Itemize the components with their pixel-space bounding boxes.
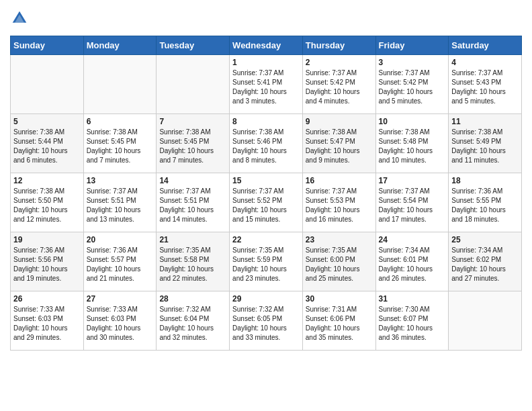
day-number: 6 — [87, 117, 154, 126]
calendar-week-row: 19Sunrise: 7:36 AM Sunset: 5:56 PM Dayli… — [11, 232, 522, 291]
day-number: 28 — [159, 294, 226, 304]
day-info: Sunrise: 7:37 AM Sunset: 5:42 PM Dayligh… — [306, 68, 373, 106]
day-number: 23 — [306, 235, 373, 244]
day-info: Sunrise: 7:36 AM Sunset: 5:55 PM Dayligh… — [451, 187, 519, 224]
day-info: Sunrise: 7:32 AM Sunset: 6:05 PM Dayligh… — [232, 305, 300, 342]
day-number: 14 — [159, 176, 226, 185]
day-info: Sunrise: 7:37 AM Sunset: 5:54 PM Dayligh… — [379, 187, 446, 224]
header-sunday: Sunday — [11, 36, 84, 55]
day-info: Sunrise: 7:37 AM Sunset: 5:43 PM Dayligh… — [451, 68, 519, 106]
day-number: 30 — [306, 294, 373, 304]
calendar-cell: 10Sunrise: 7:38 AM Sunset: 5:48 PM Dayli… — [375, 114, 449, 173]
day-info: Sunrise: 7:36 AM Sunset: 5:56 PM Dayligh… — [13, 246, 81, 283]
day-info: Sunrise: 7:35 AM Sunset: 6:00 PM Dayligh… — [306, 246, 373, 283]
day-number: 18 — [451, 176, 519, 185]
calendar-cell: 14Sunrise: 7:37 AM Sunset: 5:51 PM Dayli… — [157, 173, 230, 232]
calendar-cell: 20Sunrise: 7:36 AM Sunset: 5:57 PM Dayli… — [83, 232, 157, 291]
day-info: Sunrise: 7:34 AM Sunset: 6:01 PM Dayligh… — [379, 246, 446, 283]
calendar-cell: 17Sunrise: 7:37 AM Sunset: 5:54 PM Dayli… — [375, 173, 449, 232]
calendar-cell: 18Sunrise: 7:36 AM Sunset: 5:55 PM Dayli… — [449, 173, 522, 232]
day-info: Sunrise: 7:37 AM Sunset: 5:51 PM Dayligh… — [87, 187, 154, 224]
day-number: 22 — [232, 235, 300, 244]
calendar-cell: 2Sunrise: 7:37 AM Sunset: 5:42 PM Daylig… — [302, 55, 375, 114]
day-info: Sunrise: 7:38 AM Sunset: 5:48 PM Dayligh… — [379, 128, 446, 165]
day-info: Sunrise: 7:38 AM Sunset: 5:45 PM Dayligh… — [159, 128, 226, 165]
calendar-cell: 25Sunrise: 7:34 AM Sunset: 6:02 PM Dayli… — [449, 232, 522, 291]
header-saturday: Saturday — [449, 36, 522, 55]
day-number: 26 — [13, 294, 81, 304]
day-info: Sunrise: 7:32 AM Sunset: 6:04 PM Dayligh… — [159, 305, 226, 342]
calendar-week-row: 26Sunrise: 7:33 AM Sunset: 6:03 PM Dayli… — [11, 291, 522, 351]
calendar-cell — [157, 55, 230, 114]
calendar-cell: 21Sunrise: 7:35 AM Sunset: 5:58 PM Dayli… — [157, 232, 230, 291]
day-info: Sunrise: 7:33 AM Sunset: 6:03 PM Dayligh… — [13, 305, 81, 342]
day-info: Sunrise: 7:36 AM Sunset: 5:57 PM Dayligh… — [87, 246, 154, 283]
day-number: 20 — [87, 235, 154, 244]
calendar-cell — [449, 291, 522, 351]
calendar-cell: 13Sunrise: 7:37 AM Sunset: 5:51 PM Dayli… — [83, 173, 157, 232]
day-info: Sunrise: 7:34 AM Sunset: 6:02 PM Dayligh… — [451, 246, 519, 283]
day-info: Sunrise: 7:38 AM Sunset: 5:47 PM Dayligh… — [306, 128, 373, 165]
header-friday: Friday — [375, 36, 449, 55]
day-info: Sunrise: 7:38 AM Sunset: 5:46 PM Dayligh… — [232, 128, 300, 165]
calendar-cell: 12Sunrise: 7:38 AM Sunset: 5:50 PM Dayli… — [11, 173, 84, 232]
day-number: 12 — [13, 176, 81, 185]
calendar-cell: 26Sunrise: 7:33 AM Sunset: 6:03 PM Dayli… — [11, 291, 84, 351]
day-info: Sunrise: 7:33 AM Sunset: 6:03 PM Dayligh… — [87, 305, 154, 342]
page-header — [10, 10, 522, 29]
calendar-cell: 19Sunrise: 7:36 AM Sunset: 5:56 PM Dayli… — [11, 232, 84, 291]
day-info: Sunrise: 7:37 AM Sunset: 5:41 PM Dayligh… — [232, 68, 300, 106]
logo — [10, 10, 28, 29]
day-number: 25 — [451, 235, 519, 244]
day-info: Sunrise: 7:37 AM Sunset: 5:51 PM Dayligh… — [159, 187, 226, 224]
calendar-table: SundayMondayTuesdayWednesdayThursdayFrid… — [10, 36, 522, 351]
day-number: 3 — [379, 58, 446, 67]
day-info: Sunrise: 7:38 AM Sunset: 5:50 PM Dayligh… — [13, 187, 81, 224]
calendar-cell: 6Sunrise: 7:38 AM Sunset: 5:45 PM Daylig… — [83, 114, 157, 173]
day-number: 29 — [232, 294, 300, 304]
calendar-cell: 7Sunrise: 7:38 AM Sunset: 5:45 PM Daylig… — [157, 114, 230, 173]
day-info: Sunrise: 7:38 AM Sunset: 5:44 PM Dayligh… — [13, 128, 81, 165]
calendar-cell: 28Sunrise: 7:32 AM Sunset: 6:04 PM Dayli… — [157, 291, 230, 351]
day-info: Sunrise: 7:38 AM Sunset: 5:45 PM Dayligh… — [87, 128, 154, 165]
day-info: Sunrise: 7:35 AM Sunset: 5:59 PM Dayligh… — [232, 246, 300, 283]
calendar-header-row: SundayMondayTuesdayWednesdayThursdayFrid… — [11, 36, 522, 55]
calendar-cell: 9Sunrise: 7:38 AM Sunset: 5:47 PM Daylig… — [302, 114, 375, 173]
day-number: 2 — [306, 58, 373, 67]
calendar-cell: 27Sunrise: 7:33 AM Sunset: 6:03 PM Dayli… — [83, 291, 157, 351]
day-number: 16 — [306, 176, 373, 185]
logo-icon — [11, 10, 28, 26]
calendar-cell: 1Sunrise: 7:37 AM Sunset: 5:41 PM Daylig… — [230, 55, 303, 114]
calendar-cell: 3Sunrise: 7:37 AM Sunset: 5:42 PM Daylig… — [375, 55, 449, 114]
day-number: 5 — [13, 117, 81, 126]
calendar-cell: 4Sunrise: 7:37 AM Sunset: 5:43 PM Daylig… — [449, 55, 522, 114]
day-info: Sunrise: 7:37 AM Sunset: 5:52 PM Dayligh… — [232, 187, 300, 224]
calendar-week-row: 1Sunrise: 7:37 AM Sunset: 5:41 PM Daylig… — [11, 55, 522, 114]
day-number: 11 — [451, 117, 519, 126]
day-number: 21 — [159, 235, 226, 244]
calendar-cell: 31Sunrise: 7:30 AM Sunset: 6:07 PM Dayli… — [375, 291, 449, 351]
day-number: 27 — [87, 294, 154, 304]
day-number: 31 — [379, 294, 446, 304]
header-wednesday: Wednesday — [230, 36, 303, 55]
day-number: 10 — [379, 117, 446, 126]
day-number: 7 — [159, 117, 226, 126]
header-monday: Monday — [83, 36, 157, 55]
calendar-cell: 16Sunrise: 7:37 AM Sunset: 5:53 PM Dayli… — [302, 173, 375, 232]
day-number: 17 — [379, 176, 446, 185]
day-info: Sunrise: 7:38 AM Sunset: 5:49 PM Dayligh… — [451, 128, 519, 165]
calendar-week-row: 12Sunrise: 7:38 AM Sunset: 5:50 PM Dayli… — [11, 173, 522, 232]
calendar-cell: 30Sunrise: 7:31 AM Sunset: 6:06 PM Dayli… — [302, 291, 375, 351]
calendar-cell: 24Sunrise: 7:34 AM Sunset: 6:01 PM Dayli… — [375, 232, 449, 291]
day-number: 9 — [306, 117, 373, 126]
calendar-cell — [83, 55, 157, 114]
day-info: Sunrise: 7:31 AM Sunset: 6:06 PM Dayligh… — [306, 305, 373, 342]
day-number: 13 — [87, 176, 154, 185]
day-number: 1 — [232, 58, 300, 67]
day-info: Sunrise: 7:37 AM Sunset: 5:42 PM Dayligh… — [379, 68, 446, 106]
day-info: Sunrise: 7:30 AM Sunset: 6:07 PM Dayligh… — [379, 305, 446, 342]
day-info: Sunrise: 7:35 AM Sunset: 5:58 PM Dayligh… — [159, 246, 226, 283]
header-thursday: Thursday — [302, 36, 375, 55]
day-number: 4 — [451, 58, 519, 67]
calendar-cell: 15Sunrise: 7:37 AM Sunset: 5:52 PM Dayli… — [230, 173, 303, 232]
